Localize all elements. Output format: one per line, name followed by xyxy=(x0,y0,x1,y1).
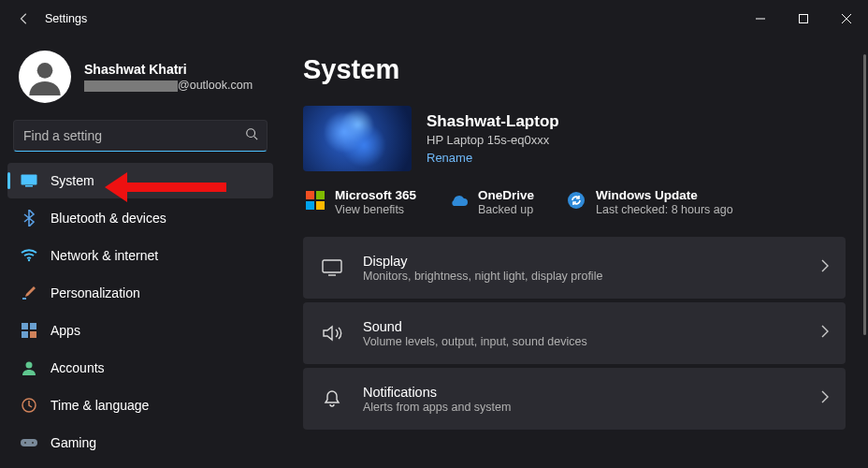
svg-rect-10 xyxy=(30,331,36,338)
chevron-right-icon xyxy=(821,390,829,407)
nav-list: System Bluetooth & devices Network & int… xyxy=(6,163,275,461)
device-model: HP Laptop 15s-eq0xxx xyxy=(427,133,559,147)
display-icon xyxy=(320,259,344,276)
nav-label: Bluetooth & devices xyxy=(51,211,166,226)
card-notifications[interactable]: NotificationsAlerts from apps and system xyxy=(303,368,846,430)
scrollbar[interactable] xyxy=(863,54,866,335)
update-icon xyxy=(566,190,586,211)
svg-point-1 xyxy=(37,63,53,79)
wifi-icon xyxy=(21,247,37,264)
back-button[interactable] xyxy=(11,6,37,32)
status-onedrive[interactable]: OneDriveBacked up xyxy=(448,188,534,216)
monitor-icon xyxy=(21,172,37,189)
search-icon xyxy=(245,127,258,144)
profile-block[interactable]: Shashwat Khatri @outlook.com xyxy=(6,47,275,120)
apps-icon xyxy=(21,322,37,339)
device-row: Shashwat-Laptop HP Laptop 15s-eq0xxx Ren… xyxy=(303,106,846,171)
bluetooth-icon xyxy=(21,210,37,227)
minimize-button[interactable] xyxy=(739,0,782,37)
nav-item-time-language[interactable]: Time & language xyxy=(7,388,273,423)
status-windows-update[interactable]: Windows UpdateLast checked: 8 hours ago xyxy=(566,188,733,216)
page-heading: System xyxy=(303,54,846,85)
svg-point-11 xyxy=(26,362,33,369)
sidebar: Shashwat Khatri @outlook.com System Blue… xyxy=(0,37,281,468)
status-row: Microsoft 365View benefits OneDriveBacke… xyxy=(303,188,846,216)
svg-point-2 xyxy=(247,129,255,138)
search-input[interactable] xyxy=(13,120,268,152)
device-thumbnail[interactable] xyxy=(303,106,412,171)
profile-email: @outlook.com xyxy=(84,79,253,92)
onedrive-icon xyxy=(448,190,469,211)
person-icon xyxy=(21,359,37,376)
nav-label: Accounts xyxy=(51,360,105,375)
card-display[interactable]: DisplayMonitors, brightness, night light… xyxy=(303,237,846,299)
svg-rect-4 xyxy=(25,185,33,187)
window-controls xyxy=(739,0,868,37)
status-m365[interactable]: Microsoft 365View benefits xyxy=(305,188,416,216)
svg-point-16 xyxy=(568,192,585,209)
nav-item-system[interactable]: System xyxy=(7,163,273,198)
nav-item-apps[interactable]: Apps xyxy=(7,313,273,348)
nav-label: Network & internet xyxy=(51,248,158,263)
chevron-right-icon xyxy=(821,259,829,276)
nav-item-personalization[interactable]: Personalization xyxy=(7,275,273,311)
titlebar: Settings xyxy=(0,0,868,37)
svg-rect-3 xyxy=(22,175,37,185)
maximize-button[interactable] xyxy=(782,0,825,37)
card-sound[interactable]: SoundVolume levels, output, input, sound… xyxy=(303,302,846,364)
nav-label: Personalization xyxy=(51,285,140,300)
rename-link[interactable]: Rename xyxy=(427,151,559,165)
settings-cards: DisplayMonitors, brightness, night light… xyxy=(303,237,846,430)
bell-icon xyxy=(320,389,344,408)
nav-item-accounts[interactable]: Accounts xyxy=(7,350,273,386)
device-name: Shashwat-Laptop xyxy=(427,112,559,131)
svg-rect-13 xyxy=(21,439,37,446)
nav-label: Gaming xyxy=(51,435,96,450)
nav-item-gaming[interactable]: Gaming xyxy=(7,425,273,461)
svg-rect-0 xyxy=(800,15,808,23)
globe-clock-icon xyxy=(21,397,37,414)
profile-name: Shashwat Khatri xyxy=(84,62,253,77)
svg-rect-8 xyxy=(30,323,36,329)
nav-label: System xyxy=(51,173,94,188)
window-title: Settings xyxy=(45,12,87,25)
svg-rect-7 xyxy=(22,323,28,329)
svg-rect-17 xyxy=(323,260,341,272)
svg-rect-6 xyxy=(22,298,26,300)
close-button[interactable] xyxy=(825,0,868,37)
avatar xyxy=(19,51,71,103)
brush-icon xyxy=(21,285,37,301)
svg-point-5 xyxy=(28,259,30,261)
svg-point-14 xyxy=(24,442,26,444)
chevron-right-icon xyxy=(821,325,829,342)
sound-icon xyxy=(320,325,344,342)
microsoft-logo-icon xyxy=(305,190,326,211)
nav-item-network[interactable]: Network & internet xyxy=(7,238,273,273)
svg-point-15 xyxy=(32,442,34,444)
gamepad-icon xyxy=(21,434,37,451)
main-content: System Shashwat-Laptop HP Laptop 15s-eq0… xyxy=(281,37,868,468)
nav-item-bluetooth[interactable]: Bluetooth & devices xyxy=(7,200,273,236)
nav-label: Time & language xyxy=(51,398,149,413)
nav-label: Apps xyxy=(51,323,80,338)
svg-rect-9 xyxy=(22,331,28,338)
